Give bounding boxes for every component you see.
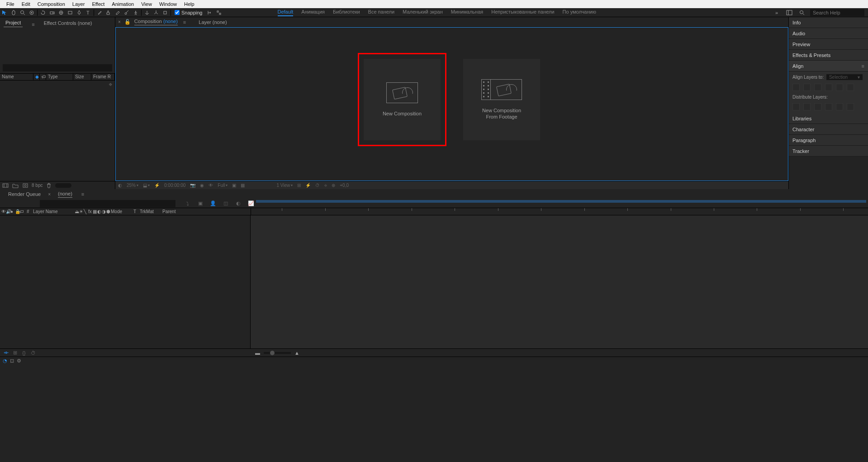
panel-menu-icon[interactable]: ≡ bbox=[81, 191, 84, 197]
panel-info[interactable]: Info bbox=[789, 17, 868, 28]
workspace-libraries[interactable]: Библиотеки bbox=[333, 9, 360, 16]
resolution-down-icon[interactable]: ⬓▾ bbox=[143, 183, 150, 188]
distribute-right-icon[interactable] bbox=[847, 103, 854, 110]
snapping-input[interactable] bbox=[175, 10, 180, 15]
col-quality-icon[interactable]: ╲ bbox=[82, 209, 87, 214]
tab-effect-controls[interactable]: Effect Controls (none) bbox=[42, 19, 94, 27]
fast-preview-icon[interactable]: ⚡ bbox=[154, 183, 160, 188]
zoom-out-icon[interactable]: ▬ bbox=[255, 350, 260, 356]
col-frame-rate[interactable]: Frame R bbox=[91, 74, 115, 80]
show-snapshot-icon[interactable]: 👁 bbox=[209, 183, 213, 188]
toggle-switches-icon[interactable]: ⬲ bbox=[3, 350, 9, 356]
fast-draft-icon[interactable]: ⚡ bbox=[305, 183, 311, 188]
menu-composition[interactable]: Composition bbox=[34, 0, 69, 8]
workspace-default[interactable]: Default bbox=[278, 9, 294, 16]
distribute-left-icon[interactable] bbox=[825, 103, 832, 110]
workspace-undocked[interactable]: Непристыкованные панели bbox=[491, 9, 554, 16]
panel-menu-icon[interactable]: ≡ bbox=[32, 22, 34, 27]
timeline-zoom-slider[interactable] bbox=[264, 352, 291, 354]
col-audio-icon[interactable]: 🔊 bbox=[5, 209, 9, 214]
col-fx-icon[interactable]: fx bbox=[87, 209, 91, 214]
col-type-icon[interactable]: 🏷 bbox=[40, 74, 46, 80]
timeline-search-input[interactable] bbox=[40, 200, 175, 207]
brush-tool-icon[interactable] bbox=[95, 8, 104, 17]
close-tab-icon[interactable]: × bbox=[118, 19, 121, 24]
search-icon[interactable] bbox=[797, 8, 806, 17]
pan-behind-tool-icon[interactable] bbox=[57, 8, 66, 17]
new-folder-icon[interactable] bbox=[12, 182, 19, 189]
view-layout-dropdown[interactable]: 1 View▾ bbox=[276, 183, 293, 188]
align-left-icon[interactable] bbox=[792, 84, 800, 91]
tab-render-queue[interactable]: Render Queue bbox=[8, 191, 41, 197]
col-solo-icon[interactable]: ● bbox=[9, 209, 14, 214]
roi-icon[interactable]: ▣ bbox=[232, 183, 236, 188]
panel-audio[interactable]: Audio bbox=[789, 28, 868, 39]
distribute-hcenter-icon[interactable] bbox=[836, 103, 843, 110]
distribute-vcenter-icon[interactable] bbox=[803, 103, 811, 110]
panel-align[interactable]: Align ≡ bbox=[789, 61, 868, 71]
panel-menu-icon[interactable]: ≡ bbox=[183, 19, 186, 25]
tab-layer[interactable]: Layer (none) bbox=[199, 19, 227, 25]
text-tool-icon[interactable]: T bbox=[84, 8, 93, 17]
align-bottom-icon[interactable] bbox=[847, 84, 854, 91]
time-ruler[interactable] bbox=[251, 208, 868, 215]
exposure-value[interactable]: +0,0 bbox=[340, 183, 349, 188]
rotation-tool-icon[interactable] bbox=[38, 8, 47, 17]
always-preview-icon[interactable]: ◐ bbox=[118, 183, 122, 188]
snapping-checkbox[interactable]: Snapping bbox=[175, 10, 203, 15]
snapshot-icon[interactable]: 📷 bbox=[190, 183, 195, 188]
zoom-in-icon[interactable]: ▲ bbox=[294, 350, 299, 356]
eraser-tool-icon[interactable] bbox=[113, 8, 122, 17]
toggle-render-time-icon[interactable]: ⏱ bbox=[30, 350, 36, 356]
new-comp-from-footage-button[interactable]: New CompositionFrom Footage bbox=[463, 59, 540, 140]
menu-file[interactable]: File bbox=[3, 0, 18, 8]
col-type[interactable]: Type bbox=[46, 74, 73, 80]
menu-view[interactable]: View bbox=[138, 0, 156, 8]
distribute-top-icon[interactable] bbox=[792, 103, 800, 110]
col-mode[interactable]: Mode bbox=[109, 209, 132, 214]
new-composition-button[interactable]: New Composition bbox=[364, 59, 441, 140]
search-help-input[interactable] bbox=[810, 9, 864, 16]
toggle-in-out-icon[interactable]: {} bbox=[21, 350, 27, 356]
hand-tool-icon[interactable] bbox=[9, 8, 18, 17]
layer-list-area[interactable] bbox=[0, 215, 251, 348]
col-motion-blur-icon[interactable]: ◐ bbox=[96, 209, 100, 214]
panel-character[interactable]: Character bbox=[789, 124, 868, 135]
comp-mini-flowchart-icon[interactable]: ⤵ bbox=[185, 200, 191, 207]
workspace-animation[interactable]: Анимация bbox=[301, 9, 325, 16]
col-layer-name[interactable]: Layer Name bbox=[32, 209, 73, 214]
panel-libraries[interactable]: Libraries bbox=[789, 113, 868, 124]
new-comp-icon[interactable] bbox=[22, 182, 29, 189]
menu-window[interactable]: Window bbox=[156, 0, 180, 8]
interpret-footage-icon[interactable] bbox=[2, 182, 9, 189]
col-video-icon[interactable]: 👁 bbox=[0, 209, 5, 214]
close-tab-icon[interactable]: × bbox=[48, 192, 51, 197]
col-name[interactable]: Name bbox=[0, 74, 33, 80]
tab-composition[interactable]: Composition (none) bbox=[134, 19, 178, 25]
menu-animation[interactable]: Animation bbox=[108, 0, 138, 8]
col-index[interactable]: # bbox=[25, 209, 32, 214]
pen-tool-icon[interactable] bbox=[75, 8, 84, 17]
align-vcenter-icon[interactable] bbox=[836, 84, 843, 91]
col-3d-icon[interactable]: ⬢ bbox=[105, 209, 109, 214]
work-area-bar[interactable] bbox=[254, 199, 868, 208]
snap-edge-icon[interactable] bbox=[205, 8, 214, 17]
col-size[interactable]: Size bbox=[73, 74, 91, 80]
pixel-aspect-icon[interactable]: ⊞ bbox=[297, 183, 301, 188]
flowchart-icon[interactable]: ⎆ bbox=[0, 81, 115, 88]
panel-paragraph[interactable]: Paragraph bbox=[789, 135, 868, 146]
workspace-overflow-icon[interactable]: » bbox=[772, 8, 781, 17]
panel-menu-icon[interactable]: ≡ bbox=[862, 63, 864, 69]
workspace-default-ru[interactable]: По умолчанию bbox=[563, 9, 596, 16]
panel-preview[interactable]: Preview bbox=[789, 39, 868, 50]
workspace-small-screen[interactable]: Маленький экран bbox=[403, 9, 443, 16]
orbit-tool-icon[interactable] bbox=[27, 8, 36, 17]
col-label-icon[interactable]: ◆ bbox=[33, 74, 40, 80]
frame-blend-icon[interactable]: ◫ bbox=[223, 200, 229, 207]
snap-corner-icon[interactable] bbox=[214, 8, 223, 17]
project-search-input[interactable] bbox=[3, 64, 112, 71]
align-hcenter-icon[interactable] bbox=[803, 84, 811, 91]
flowchart-view-icon[interactable]: ⎆ bbox=[324, 183, 327, 188]
distribute-bottom-icon[interactable] bbox=[814, 103, 821, 110]
magnification-ratio[interactable]: 25%▾ bbox=[127, 183, 138, 188]
